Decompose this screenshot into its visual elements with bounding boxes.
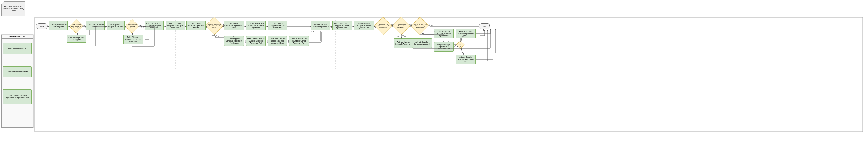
node-start[interactable]: Start — [36, 24, 48, 29]
node-activate-part-1[interactable]: Activate Supplier Schedule Agreement Par… — [456, 29, 475, 38]
node-schedule-line-type[interactable]: Enter Schedule Line Type for Supplier Sc… — [145, 21, 164, 30]
svg-text:No: No — [215, 34, 217, 36]
node-supply-code[interactable]: Enter Supply Code on Inventory Part — [49, 21, 68, 30]
node-general-data-part[interactable]: Enter General Data on Supplier Schedule … — [246, 36, 266, 46]
title-box: Basic Data Procurement, Supplier Schedul… — [1, 1, 25, 16]
node-order-data[interactable]: Enter Order Data on Supplier Schedule Ag… — [332, 21, 352, 30]
node-activate-agreement-2[interactable]: Activate Supplier Schedule Agreement — [412, 38, 432, 48]
diamond-bucketed-tolerance[interactable]: Use Bucketed Tolerance Check? — [126, 20, 138, 32]
label-no-d3: No — [213, 35, 215, 36]
node-agreement-terms[interactable]: Enter Supplier Schedule Agreement Terms — [224, 21, 244, 30]
node-activate-agreement-1[interactable]: Activate Supplier Schedule Agreement — [394, 38, 413, 48]
diamond-add-part-data[interactable]: Add Agreement Part Data on existing Agre… — [412, 18, 428, 34]
svg-text:No: No — [431, 25, 433, 26]
node-tol-check-part[interactable]: Enter Tol. Check Data on Supplier Sched.… — [289, 36, 309, 46]
node-negotiate[interactable]: Negotiate Suppl. Agreement or Agreement … — [434, 42, 454, 52]
node-parts-agreement[interactable]: Enter Parts on Supplier Schedule Agreeme… — [268, 21, 287, 30]
general-activities-swimlane: General Activities Enter Informational T… — [1, 35, 33, 128]
diamond-create-report[interactable]: Create Supplier Schedule Report Manually… — [70, 20, 82, 32]
node-validate-part[interactable]: Validate Data on Supplier Schedule Agree… — [354, 21, 374, 30]
svg-text:No: No — [404, 36, 406, 37]
svg-text:No: No — [402, 35, 404, 36]
svg-text:No: No — [217, 35, 219, 37]
svg-text:No: No — [83, 24, 85, 26]
diamond-no-negotiate[interactable]: No — [456, 41, 464, 49]
node-stop[interactable]: Stop — [479, 24, 491, 29]
label-yes-d5: Yes — [409, 24, 412, 26]
node-misc-data-part[interactable]: Enter Misc. Data on Suppl. Schedule Agre… — [268, 36, 287, 46]
diamond-agreement-part-data[interactable]: Agreement Part Data to be added afterwar… — [375, 18, 391, 34]
label-no-d5: No — [397, 35, 399, 37]
node-message-data[interactable]: Enter Message Data on Supplier — [67, 35, 86, 42]
svg-line-76 — [454, 45, 456, 47]
label-no-d4: No — [391, 24, 393, 26]
node-informational-text[interactable]: Enter Informational Text — [3, 43, 32, 54]
node-activate-part-2[interactable]: Activate Supplier Schedule Agreement Par… — [456, 55, 475, 64]
node-tol-check-agreement[interactable]: Enter Tol. Check Data on Supplier Schedu… — [246, 21, 266, 30]
node-approver[interactable]: Enter Approver for Supplier Schedules — [106, 21, 125, 30]
node-data-altered[interactable]: Data Altered on Supplier Schedule Agreem… — [434, 29, 454, 38]
node-purchase-order[interactable]: Enter Purchase Order Header — [86, 21, 105, 30]
node-tolerance-template[interactable]: Enter Tolerance Template for Supplier Sc… — [123, 35, 143, 44]
diamond-alter-agreement[interactable]: Alter Supplier Schedule Agreement? — [394, 18, 409, 34]
node-validate-agreement[interactable]: Validate Supplier Schedule Agreement — [311, 21, 330, 30]
svg-text:No: No — [139, 24, 141, 26]
diamond-identical-conditions[interactable]: Identical Agreement Conditions for all P… — [207, 18, 222, 34]
general-activities-label: General Activities — [2, 35, 33, 39]
svg-text:No: No — [140, 25, 142, 26]
node-agreement-part-header[interactable]: Enter Supplier Schedule Agreement Part H… — [224, 36, 244, 46]
diagram-container: No Yes No — [0, 0, 868, 157]
label-no-d6: No — [428, 24, 430, 26]
node-agreement-header[interactable]: Enter Supplier Schedule Agreement Header — [186, 21, 206, 30]
node-close-agreement[interactable]: Close Supplier Schedule Agreement or Agr… — [3, 89, 32, 104]
node-schedule-template[interactable]: Enter Schedule Template for Supplier Sch… — [165, 21, 185, 30]
node-reset-cumulative[interactable]: Reset Cumulative Quantity — [3, 66, 32, 77]
